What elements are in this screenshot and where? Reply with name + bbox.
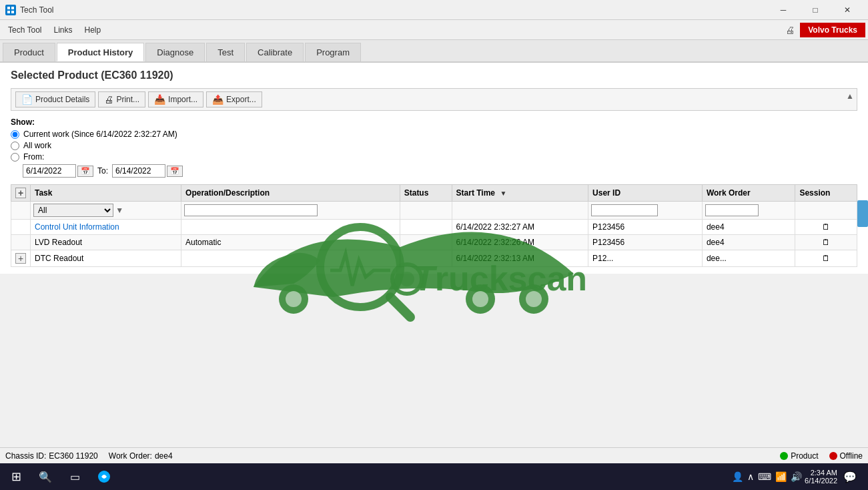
page-title: Selected Product (EC360 11920) xyxy=(11,69,857,81)
row-0-userid: P123456 xyxy=(588,220,703,235)
col-header-status[interactable]: Status xyxy=(400,185,452,202)
tab-diagnose[interactable]: Diagnose xyxy=(145,43,205,61)
row-0-task-link[interactable]: Control Unit Information xyxy=(35,222,119,232)
row-2-workorder: dee... xyxy=(702,250,795,267)
taskbar-time[interactable]: 2:34 AM 6/14/2022 xyxy=(805,469,837,485)
taskbar: ⊞ 🔍 ▭ 👤 ∧ ⌨ 📶 🔊 2:34 AM 6/14/2022 💬 xyxy=(0,463,868,490)
starttime-sort-icon: ▼ xyxy=(500,190,506,197)
from-date-field[interactable] xyxy=(23,164,76,178)
to-label: To: xyxy=(97,166,108,176)
svg-rect-2 xyxy=(7,11,10,13)
menu-help[interactable]: Help xyxy=(79,24,107,36)
search-button[interactable]: 🔍 xyxy=(32,463,59,490)
workorder-value: dee4 xyxy=(155,451,173,461)
menu-row: Tech Tool Links Help 🖨 Volvo Trucks xyxy=(0,20,868,40)
operation-filter-input[interactable] xyxy=(184,204,318,216)
tab-program[interactable]: Program xyxy=(305,43,361,61)
row-2-expand-btn[interactable]: + xyxy=(15,253,26,264)
volvo-trucks-button[interactable]: Volvo Trucks xyxy=(800,23,865,37)
svg-point-9 xyxy=(526,291,542,307)
svg-point-8 xyxy=(519,284,548,314)
row-1-status xyxy=(400,235,452,250)
row-0-task[interactable]: Control Unit Information xyxy=(31,220,181,235)
to-date-field[interactable] xyxy=(112,164,165,178)
product-details-icon: 📄 xyxy=(21,94,33,105)
chassis-status: Chassis ID: EC360 11920 xyxy=(5,451,98,461)
title-bar-left: Tech Tool xyxy=(5,5,53,15)
taskview-button[interactable]: ▭ xyxy=(61,463,88,490)
close-button[interactable]: ✕ xyxy=(832,0,863,20)
app-icon xyxy=(5,5,16,15)
col-header-userid[interactable]: User ID xyxy=(588,185,703,202)
tab-product[interactable]: Product xyxy=(3,43,55,61)
offline-status: Offline xyxy=(829,451,863,461)
minimize-button[interactable]: ─ xyxy=(768,0,799,20)
menu-links[interactable]: Links xyxy=(48,24,77,36)
col-header-operation[interactable]: Operation/Description xyxy=(181,185,400,202)
row-1-userid: P123456 xyxy=(588,235,703,250)
row-0-expand xyxy=(11,220,31,235)
window-controls: ─ □ ✕ xyxy=(768,0,863,20)
radio-from[interactable]: From: xyxy=(11,152,857,162)
chevron-up-icon[interactable]: ∧ xyxy=(747,471,754,482)
notification-button[interactable]: 💬 xyxy=(840,467,860,487)
title-bar: Tech Tool ─ □ ✕ xyxy=(0,0,868,20)
task-filter-select[interactable]: All xyxy=(33,204,113,217)
keyboard-icon: ⌨ xyxy=(758,471,771,482)
radio-current-work[interactable]: Current work (Since 6/14/2022 2:32:27 AM… xyxy=(11,130,857,139)
offline-status-label: Offline xyxy=(840,451,863,461)
table-row: +DTC Readout6/14/2022 2:32:13 AMP12...de… xyxy=(11,250,857,267)
product-status-label: Product xyxy=(791,451,818,461)
col-header-starttime[interactable]: Start Time ▼ xyxy=(452,185,588,202)
start-button[interactable]: ⊞ xyxy=(3,463,29,490)
export-button[interactable]: 📤 Export... xyxy=(206,91,262,107)
svg-point-4 xyxy=(279,284,308,314)
offline-status-icon xyxy=(829,452,837,460)
wifi-icon: 📶 xyxy=(775,471,787,482)
workorder-label: Work Order: xyxy=(109,451,152,461)
tab-product-history[interactable]: Product History xyxy=(57,43,145,61)
table-header-row: + Task Operation/Description Status Star… xyxy=(11,185,857,202)
tab-test[interactable]: Test xyxy=(206,43,245,61)
userid-filter-input[interactable] xyxy=(591,204,658,216)
show-section: Show: Current work (Since 6/14/2022 2:32… xyxy=(11,117,857,178)
col-header-workorder[interactable]: Work Order xyxy=(702,185,795,202)
sub-toolbar: 📄 Product Details 🖨 Print... 📥 Import...… xyxy=(11,88,857,111)
speaker-icon: 🔊 xyxy=(791,471,802,482)
import-button[interactable]: 📥 Import... xyxy=(148,91,203,107)
taskbar-system-icons: 👤 ∧ ⌨ 📶 🔊 xyxy=(732,471,802,482)
row-2-expand: + xyxy=(11,250,31,267)
filter-status-cell xyxy=(400,202,452,220)
maximize-button[interactable]: □ xyxy=(800,0,831,20)
row-0-session[interactable]: 🗒 xyxy=(795,220,857,235)
print-button[interactable]: 🖨 Print... xyxy=(98,91,145,107)
row-1-session[interactable]: 🗒 xyxy=(795,235,857,250)
from-date-picker[interactable]: 📅 xyxy=(77,166,93,177)
collapse-icon[interactable]: ▲ xyxy=(846,91,854,101)
svg-line-11 xyxy=(390,297,410,317)
row-1-task: LVD Readout xyxy=(31,235,181,250)
row-1-operation: Automatic xyxy=(181,235,400,250)
table-body: Control Unit Information6/14/2022 2:32:2… xyxy=(11,220,857,267)
app-icon-1[interactable] xyxy=(91,463,117,490)
row-2-session[interactable]: 🗒 xyxy=(795,250,857,267)
to-date-picker[interactable]: 📅 xyxy=(167,166,183,177)
scroll-indicator[interactable] xyxy=(857,200,868,227)
expand-all-btn[interactable]: + xyxy=(15,188,26,198)
product-details-button[interactable]: 📄 Product Details xyxy=(15,91,95,107)
table-row: Control Unit Information6/14/2022 2:32:2… xyxy=(11,220,857,235)
chassis-label: Chassis ID: xyxy=(5,451,46,461)
col-header-task[interactable]: Task xyxy=(31,185,181,202)
tab-calibrate[interactable]: Calibrate xyxy=(246,43,304,61)
row-2-task: DTC Readout xyxy=(31,250,181,267)
radio-all-work[interactable]: All work xyxy=(11,141,857,150)
workorder-filter-input[interactable] xyxy=(705,204,759,216)
row-1-starttime: 6/14/2022 2:32:26 AM xyxy=(452,235,588,250)
toolbar-icon-1[interactable]: 🖨 xyxy=(785,25,795,35)
row-1-expand xyxy=(11,235,31,250)
export-icon: 📤 xyxy=(212,94,224,105)
to-date-input: 📅 xyxy=(112,164,183,178)
col-header-session[interactable]: Session xyxy=(795,185,857,202)
menu-techtool[interactable]: Tech Tool xyxy=(3,24,47,36)
task-filter-icon: ▼ xyxy=(115,206,123,215)
